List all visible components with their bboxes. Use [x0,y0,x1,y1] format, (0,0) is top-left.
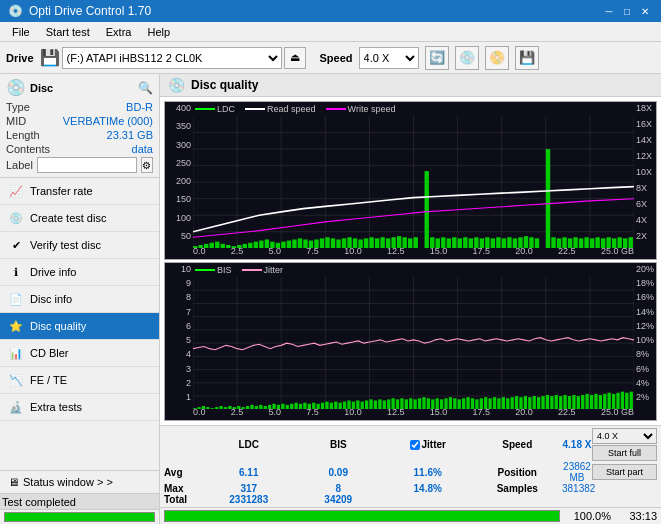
ldc-chart-legend: LDC Read speed Write speed [195,104,395,114]
stats-col-jitter-check: Jitter [383,439,473,450]
sidebar-item-cd-bler-label: CD Bler [30,347,69,359]
refresh-button[interactable]: 🔄 [425,46,449,70]
legend-bis-label: BIS [217,265,232,275]
sidebar-item-disc-info[interactable]: 📄 Disc info [0,286,159,313]
titlebar: 💿 Opti Drive Control 1.70 ─ □ ✕ [0,0,661,22]
stats-col-ldc: LDC [204,439,294,450]
disc-contents-value: data [132,143,153,155]
disc-length-value: 23.31 GB [107,129,153,141]
sidebar-item-drive-info-label: Drive info [30,266,76,278]
position-label: Position [473,467,563,478]
start-full-button[interactable]: Start full [592,445,657,461]
total-ldc: 2331283 [204,494,294,505]
eject-button[interactable]: ⏏ [284,47,306,69]
stats-right-col: 4.0 X Start full [592,428,657,461]
transfer-rate-icon: 📈 [8,183,24,199]
sidebar-item-verify-test-disc[interactable]: ✔ Verify test disc [0,232,159,259]
avg-label: Avg [164,467,204,478]
titlebar-title: 💿 Opti Drive Control 1.70 [8,4,151,18]
sidebar-item-transfer-rate[interactable]: 📈 Transfer rate [0,178,159,205]
avg-jitter: 11.6% [383,467,473,478]
speed-select-stats[interactable]: 4.0 X [592,428,657,444]
progress-outer [164,510,560,522]
start-part-button[interactable]: Start part [592,464,657,480]
stats-total-row: Total 2331283 34209 [164,494,657,505]
max-ldc: 317 [204,483,294,494]
disc-detail-icon: 🔍 [138,81,153,95]
status-window-button[interactable]: 🖥 Status window > > [0,470,159,493]
sidebar-item-cd-bler[interactable]: 📊 CD Bler [0,340,159,367]
sidebar-item-transfer-rate-label: Transfer rate [30,185,93,197]
sidebar-item-fe-te[interactable]: 📉 FE / TE [0,367,159,394]
disc-type-label: Type [6,101,30,113]
disc-length-row: Length 23.31 GB [6,129,153,141]
sidebar-item-disc-quality[interactable]: ⭐ Disc quality [0,313,159,340]
main-container: 💿 Disc 🔍 Type BD-R MID VERBATIMe (000) L… [0,74,661,524]
sidebar-item-create-test-disc[interactable]: 💿 Create test disc [0,205,159,232]
svg-rect-59 [425,171,429,248]
sidebar-item-create-test-disc-label: Create test disc [30,212,106,224]
extra-tests-icon: 🔬 [8,399,24,415]
disc-quality-header: 💿 Disc quality [160,74,661,97]
sidebar-item-drive-info[interactable]: ℹ Drive info [0,259,159,286]
menu-file[interactable]: File [4,24,38,40]
stats-area: LDC BIS Jitter Speed 4.18 X 4.0 X Star [160,425,661,507]
bis-y-axis-left: 10 9 8 7 6 5 4 3 2 1 [165,263,193,404]
bis-chart-svg [193,277,634,409]
app-icon: 💿 [8,4,23,18]
avg-speed-display: 4.18 X [563,439,592,450]
menu-help[interactable]: Help [139,24,178,40]
disc-length-label: Length [6,129,40,141]
position-val: 23862 MB [562,461,592,483]
maximize-button[interactable]: □ [619,3,635,19]
disc-read-button[interactable]: 💿 [455,46,479,70]
avg-ldc: 6.11 [204,467,294,478]
legend-write-speed-label: Write speed [348,104,396,114]
disc-mid-label: MID [6,115,26,127]
speed-select[interactable]: 4.0 X [359,47,419,69]
sidebar-progress: Test completed [0,493,159,509]
disc-quality-header-icon: 💿 [168,77,185,93]
drive-label: Drive [6,52,34,64]
jitter-checkbox[interactable] [410,440,420,450]
fe-te-icon: 📉 [8,372,24,388]
svg-rect-80 [546,149,550,248]
stats-col-speed: Speed [473,439,563,450]
disc-label-row: Label ⚙ [6,157,153,173]
disc-quality-title: Disc quality [191,78,258,92]
app-title: Opti Drive Control 1.70 [29,4,151,18]
legend-jitter-label: Jitter [264,265,284,275]
menu-starttest[interactable]: Start test [38,24,98,40]
disc-label-label: Label [6,159,33,171]
bis-y-axis-right: 20% 18% 16% 14% 12% 10% 8% 6% 4% 2% [634,263,656,404]
stats-speed-val: 4.18 X [562,439,592,450]
ldc-chart-svg [193,116,634,248]
menubar: File Start test Extra Help [0,22,661,42]
ldc-chart: LDC Read speed Write speed 400 350 300 [164,101,657,260]
max-label: Max [164,483,204,494]
legend-write-speed: Write speed [326,104,396,114]
bottom-progress-bar: 100.0% 33:13 [160,507,661,524]
close-button[interactable]: ✕ [637,3,653,19]
verify-test-disc-icon: ✔ [8,237,24,253]
ldc-x-axis: 0.0 2.5 5.0 7.5 10.0 12.5 15.0 17.5 20.0… [193,243,634,259]
progress-time: 33:13 [617,510,657,522]
save-button[interactable]: 💾 [515,46,539,70]
bis-chart: BIS Jitter 10 9 8 7 6 5 4 3 [164,262,657,421]
max-bis: 8 [294,483,384,494]
drive-select[interactable]: (F:) ATAPI iHBS112 2 CL0K [62,47,282,69]
progress-inner [165,511,559,521]
disc-mid-value: VERBATIMe (000) [63,115,153,127]
disc-panel-title: Disc [30,82,53,94]
menu-extra[interactable]: Extra [98,24,140,40]
legend-read-speed-label: Read speed [267,104,316,114]
disc-contents-row: Contents data [6,143,153,155]
disc-label-input[interactable] [37,157,137,173]
sidebar-item-extra-tests[interactable]: 🔬 Extra tests [0,394,159,421]
minimize-button[interactable]: ─ [601,3,617,19]
disc-label-button[interactable]: ⚙ [141,157,153,173]
bis-chart-legend: BIS Jitter [195,265,283,275]
toolbar: Drive 💾 (F:) ATAPI iHBS112 2 CL0K ⏏ Spee… [0,42,661,74]
sidebar-item-extra-tests-label: Extra tests [30,401,82,413]
disc-write-button[interactable]: 📀 [485,46,509,70]
